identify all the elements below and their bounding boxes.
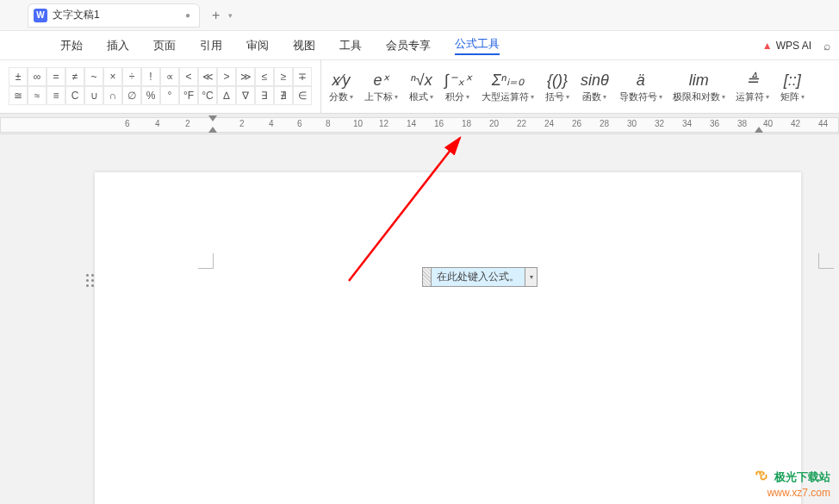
equation-placeholder-text[interactable]: 在此处键入公式。 xyxy=(432,268,525,286)
formula-label: 矩阵 xyxy=(780,90,799,103)
wps-ai-logo-icon: ▲ xyxy=(762,40,773,52)
ruler-number: 18 xyxy=(462,119,471,128)
symbol-cell[interactable]: ≈ xyxy=(28,86,47,105)
symbol-cell[interactable]: ∓ xyxy=(293,67,312,86)
symbol-cell[interactable]: ∇ xyxy=(236,86,255,105)
anchor-handle-icon[interactable] xyxy=(86,274,95,288)
symbol-grid: ±∞=≠~×÷!∝<≪>≫≤≥∓≅≈≡C∪∩∅%°°F°C∆∇∃∄∈ xyxy=(0,60,321,113)
symbol-cell[interactable]: ∆ xyxy=(217,86,236,105)
ruler-number: 10 xyxy=(353,119,363,128)
formula-分数-button[interactable]: x⁄y分数▾ xyxy=(323,66,359,107)
symbol-cell[interactable]: × xyxy=(103,67,122,86)
symbol-cell[interactable]: ∅ xyxy=(122,86,141,105)
symbol-cell[interactable]: ∄ xyxy=(274,86,293,105)
symbol-cell[interactable]: ÷ xyxy=(122,67,141,86)
formula-label: 运算符 xyxy=(736,90,764,103)
symbol-cell[interactable]: ∈ xyxy=(293,86,312,105)
ruler-number: 40 xyxy=(763,119,773,128)
new-tab-button[interactable]: + xyxy=(212,8,220,23)
chevron-down-icon: ▾ xyxy=(801,93,805,101)
symbol-cell[interactable]: ~ xyxy=(84,67,103,86)
formula-icon: ä xyxy=(637,70,645,90)
formula-icon: Σⁿᵢ₌₀ xyxy=(492,70,524,90)
menu-reference[interactable]: 引用 xyxy=(200,38,222,53)
menu-page[interactable]: 页面 xyxy=(153,38,176,53)
formula-label: 上下标 xyxy=(364,90,393,103)
formula-括号-button[interactable]: {()}括号▾ xyxy=(539,66,575,107)
hanging-indent-marker[interactable] xyxy=(208,127,217,133)
symbol-cell[interactable]: ∝ xyxy=(160,67,179,86)
unsaved-indicator-icon: ● xyxy=(185,10,190,20)
formula-导数符号-button[interactable]: ä导数符号▾ xyxy=(614,66,668,107)
ruler-number: 38 xyxy=(737,119,747,128)
symbol-cell[interactable]: ≥ xyxy=(274,67,293,86)
equation-options-dropdown[interactable]: ▾ xyxy=(525,268,537,286)
formula-运算符-button[interactable]: ≜运算符▾ xyxy=(730,66,774,107)
symbol-cell[interactable]: ≡ xyxy=(47,86,65,105)
ruler-number: 4 xyxy=(269,119,274,128)
symbol-cell[interactable]: ! xyxy=(141,67,160,86)
formula-根式-button[interactable]: ⁿ√x根式▾ xyxy=(403,66,439,107)
symbol-cell[interactable]: ≅ xyxy=(9,86,28,105)
symbol-cell[interactable]: ∞ xyxy=(28,67,47,86)
symbol-cell[interactable]: % xyxy=(141,86,160,105)
first-line-indent-marker[interactable] xyxy=(208,115,217,121)
watermark: ఌ 极光下载站 www.xz7.com xyxy=(754,467,830,499)
formula-上下标-button[interactable]: eˣ上下标▾ xyxy=(359,66,403,107)
formula-label: 根式 xyxy=(409,90,428,103)
formula-矩阵-button[interactable]: [::]矩阵▾ xyxy=(774,66,811,107)
symbol-cell[interactable]: ≠ xyxy=(65,67,84,86)
menu-start[interactable]: 开始 xyxy=(60,38,83,53)
search-icon[interactable]: ⌕ xyxy=(823,39,830,53)
symbol-cell[interactable]: °C xyxy=(198,86,217,105)
symbol-cell[interactable]: = xyxy=(47,67,65,86)
symbol-cell[interactable]: ≤ xyxy=(255,67,274,86)
symbol-cell[interactable]: ° xyxy=(160,86,179,105)
menu-tools[interactable]: 工具 xyxy=(339,38,362,53)
document-area[interactable]: 在此处键入公式。 ▾ xyxy=(0,134,839,504)
ruler-number: 8 xyxy=(326,119,331,128)
equation-move-handle[interactable] xyxy=(423,268,432,286)
ruler-number: 30 xyxy=(627,119,637,128)
menu-view[interactable]: 视图 xyxy=(293,38,315,53)
menu-formula-tools[interactable]: 公式工具 xyxy=(455,36,500,55)
symbol-cell[interactable]: ≫ xyxy=(236,67,255,86)
formula-大型运算符-button[interactable]: Σⁿᵢ₌₀大型运算符▾ xyxy=(476,66,539,107)
formula-icon: ∫⁻ₓˣ xyxy=(444,70,471,90)
ruler-number: 6 xyxy=(297,119,302,128)
symbol-cell[interactable]: < xyxy=(179,67,198,86)
symbol-cell[interactable]: °F xyxy=(179,86,198,105)
symbol-cell[interactable]: C xyxy=(65,86,84,105)
symbol-cell[interactable]: ∪ xyxy=(84,86,103,105)
wps-ai-label: WPS AI xyxy=(776,40,811,52)
right-indent-marker[interactable] xyxy=(755,127,763,133)
watermark-logo-icon: ఌ xyxy=(754,467,771,487)
ruler-number: 26 xyxy=(572,119,581,128)
ruler-number: 12 xyxy=(379,119,388,128)
horizontal-ruler[interactable]: 6422468101214161820222426283032343638404… xyxy=(0,114,839,134)
wps-ai-button[interactable]: ▲ WPS AI xyxy=(762,40,811,52)
symbol-cell[interactable]: > xyxy=(217,67,236,86)
formula-积分-button[interactable]: ∫⁻ₓˣ积分▾ xyxy=(439,66,476,107)
symbol-cell[interactable]: ± xyxy=(9,67,28,86)
formula-label: 极限和对数 xyxy=(673,90,720,103)
menu-member[interactable]: 会员专享 xyxy=(386,38,431,53)
formula-极限和对数-button[interactable]: lim极限和对数▾ xyxy=(668,66,730,107)
menu-insert[interactable]: 插入 xyxy=(107,38,129,53)
ruler-number: 32 xyxy=(655,119,664,128)
symbol-cell[interactable]: ≪ xyxy=(198,67,217,86)
symbol-cell[interactable]: ∃ xyxy=(255,86,274,105)
formula-函数-button[interactable]: sinθ函数▾ xyxy=(575,66,614,107)
ruler-number: 42 xyxy=(791,119,800,128)
document-tab[interactable]: W 文字文稿1 ● xyxy=(28,3,200,28)
formula-label: 括号 xyxy=(545,90,564,103)
formula-icon: {()} xyxy=(547,70,568,90)
symbol-cell[interactable]: ∩ xyxy=(103,86,122,105)
document-page[interactable]: 在此处键入公式。 ▾ xyxy=(95,172,801,504)
ruler-number: 22 xyxy=(517,119,526,128)
menu-review[interactable]: 审阅 xyxy=(246,38,269,53)
equation-editor[interactable]: 在此处键入公式。 ▾ xyxy=(422,267,538,287)
tab-menu-dropdown[interactable]: ▾ xyxy=(228,11,233,20)
formula-label: 大型运算符 xyxy=(482,90,529,103)
ruler-number: 44 xyxy=(818,119,828,128)
